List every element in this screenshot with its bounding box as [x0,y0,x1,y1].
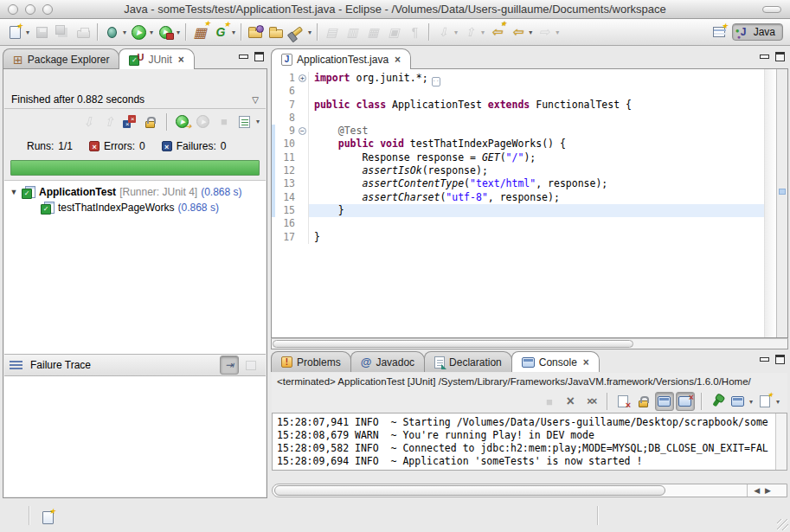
debug-dropdown-icon[interactable]: ▾ [123,29,126,36]
display-selected-console-icon[interactable] [729,392,748,411]
new-wizard-icon[interactable] [5,22,24,42]
tab-junit[interactable]: JUnit × [119,48,194,69]
new-class-dropdown-icon[interactable]: ▾ [232,29,235,36]
maximize-view-button[interactable] [254,52,264,61]
test-result-tree[interactable]: ▼ApplicationTest[Runner: JUnit 4](0.868 … [4,180,266,355]
java-perspective-button[interactable]: J Java [732,23,783,41]
toolbar-toggle-lozenge[interactable] [762,6,781,13]
test-tree-item-testThatIndexPageWorks[interactable]: testThatIndexPageWorks(0.868 s) [4,200,266,215]
open-console-icon[interactable] [755,392,774,411]
titlebar[interactable]: Java - someTests/test/ApplicationTest.ja… [0,0,790,19]
code-line-15[interactable]: 15 } [272,204,764,217]
console-line: 15:28:09,582 INFO ~ Connected to jdbc:h2… [277,442,782,455]
line-number: 9 [275,125,298,138]
console-output[interactable]: 15:28:07,941 INFO ~ Starting /Volumes/Da… [272,413,787,471]
next-annotation-icon: ⇩ [434,22,453,42]
console-hscroll-thumb[interactable] [274,485,665,496]
failures-value: 0 [221,140,227,152]
rerun-test-icon[interactable] [173,112,192,131]
close-junit-tab-icon[interactable]: × [178,54,184,66]
code-line-9[interactable]: 9− @Test [272,125,764,138]
minimize-editor-button[interactable] [760,54,769,59]
console-horizontal-scrollbar[interactable]: ◀ ▶ [272,484,787,497]
show-console-stderr-icon[interactable] [676,392,695,411]
last-edit-location-icon[interactable]: ⇦ [487,22,506,42]
tab-applicationtest-java[interactable]: J ApplicationTest.java × [271,48,411,69]
maximize-console-button[interactable] [775,355,785,364]
resize-grip[interactable] [777,519,788,530]
test-view-menu-dropdown-icon[interactable]: ▾ [256,118,260,125]
code-line-1[interactable]: 1+import org.junit.*;·· [272,72,764,85]
failure-trace-body[interactable] [4,376,266,497]
code-line-8[interactable]: 8 [272,112,764,125]
back-dropdown-icon[interactable]: ▾ [529,29,532,36]
forward-icon: ⇨ [535,22,554,42]
tree-expander-icon[interactable]: ▼ [10,188,18,196]
show-console-stdout-icon[interactable] [655,392,674,411]
maximize-editor-button[interactable] [775,52,785,61]
editor-vertical-scrollbar[interactable] [764,69,776,337]
display-selected-console-dropdown-icon[interactable]: ▾ [749,398,753,406]
fast-view-icon[interactable] [38,508,57,527]
run-dropdown-icon[interactable]: ▾ [150,29,153,36]
run-external-tools-dropdown-icon[interactable]: ▾ [177,29,180,36]
scroll-right-arrow-icon[interactable]: ▶ [765,486,771,495]
search-icon[interactable] [287,22,306,42]
clear-console-icon[interactable] [613,392,633,411]
tab-declaration[interactable]: Declaration [424,351,512,372]
debug-icon[interactable] [102,22,121,42]
run-external-tools-icon[interactable] [156,22,175,42]
open-perspective-icon[interactable] [687,22,706,42]
failures-icon: × [162,141,172,151]
code-line-10[interactable]: 10 public void testThatIndexPageWorks() … [272,138,764,151]
remove-all-launches-icon[interactable] [581,392,601,411]
pin-console-icon[interactable] [708,392,727,411]
overview-ruler[interactable] [776,69,787,337]
new-wizard-dropdown-icon[interactable]: ▾ [26,29,29,36]
code-line-17[interactable]: 17} [272,231,764,244]
run-icon[interactable] [129,22,148,42]
scroll-lock-icon[interactable] [634,392,653,411]
code-line-13[interactable]: 13 assertContentType("text/html", respon… [272,177,764,190]
search-dropdown-icon[interactable]: ▾ [308,29,312,36]
remove-launch-icon[interactable] [561,392,580,411]
code-line-7[interactable]: 7public class ApplicationTest extends Fu… [272,99,764,112]
code-line-14[interactable]: 14 assertCharset("utf-8", response); [272,191,764,204]
editor-horizontal-scrollbar[interactable] [271,338,788,349]
fold-collapse-icon[interactable]: − [299,127,306,135]
test-tree-item-ApplicationTest[interactable]: ▼ApplicationTest[Runner: JUnit 4](0.868 … [4,184,266,200]
tab-console[interactable]: Console × [511,351,600,372]
console-vertical-scrollbar[interactable] [775,413,787,470]
open-perspective-button[interactable] [710,22,729,42]
fold-expand-icon[interactable]: + [299,74,306,82]
code-line-6[interactable]: 6 [272,85,764,98]
tab-problems[interactable]: ! Problems [271,351,351,372]
editor-hscroll-thumb[interactable] [273,340,633,348]
back-icon[interactable]: ⇦ [508,22,527,42]
new-java-project-icon[interactable] [190,22,209,42]
tab-package-explorer[interactable]: ⊞ Package Explorer [3,48,119,69]
close-editor-tab-icon[interactable]: × [395,54,401,66]
failure-trace-menu-icon[interactable] [10,360,23,370]
code-editor[interactable]: 1+import org.junit.*;··67public class Ap… [271,68,788,338]
scroll-lock-icon[interactable] [141,112,160,131]
new-class-icon[interactable] [211,22,230,42]
open-console-dropdown-icon[interactable]: ▾ [776,398,780,406]
open-resource-icon[interactable] [267,22,286,42]
scroll-left-arrow-icon[interactable]: ◀ [754,486,760,495]
overview-ruler-mark[interactable] [779,189,786,195]
trace-filter-icon[interactable] [220,356,239,375]
minimize-console-button[interactable] [760,357,769,362]
minimize-view-button[interactable] [239,54,248,59]
code-line-12[interactable]: 12 assertIsOk(response); [272,164,764,177]
editor-area: J ApplicationTest.java × 1+import org.ju… [271,48,788,349]
line-number: 14 [275,191,298,204]
code-line-11[interactable]: 11 Response response = GET("/"); [272,151,764,164]
test-view-menu-icon[interactable] [235,112,254,131]
show-failures-only-icon[interactable] [120,112,139,131]
tab-javadoc[interactable]: @ Javadoc [350,351,425,372]
view-menu-icon[interactable]: ▽ [252,95,259,105]
close-console-tab-icon[interactable]: × [583,356,589,369]
open-type-icon[interactable] [246,22,265,42]
code-line-16[interactable]: 16 [272,217,764,230]
